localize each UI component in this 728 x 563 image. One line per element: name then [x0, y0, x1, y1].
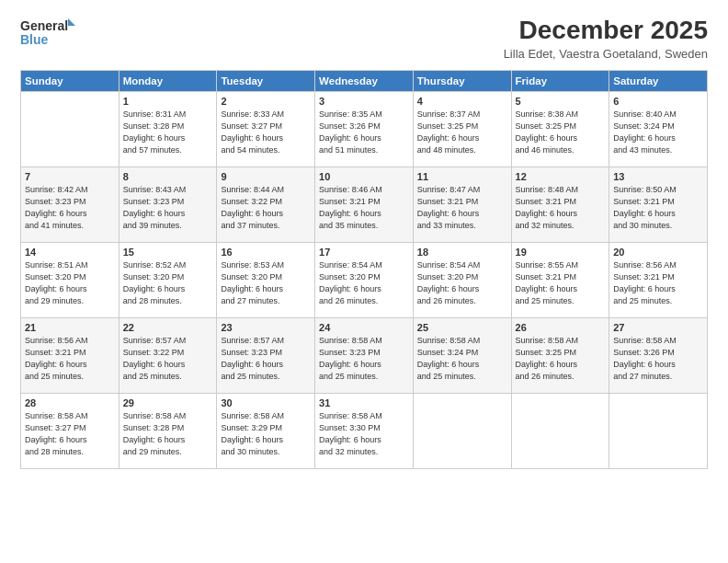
header-cell-wednesday: Wednesday	[315, 70, 414, 91]
day-cell: 5Sunrise: 8:38 AMSunset: 3:25 PMDaylight…	[511, 91, 609, 167]
day-cell: 17Sunrise: 8:54 AMSunset: 3:20 PMDayligh…	[315, 242, 414, 317]
day-cell: 23Sunrise: 8:57 AMSunset: 3:23 PMDayligh…	[217, 317, 315, 393]
day-number: 29	[123, 397, 213, 408]
day-cell: 14Sunrise: 8:51 AMSunset: 3:20 PMDayligh…	[21, 242, 119, 317]
day-info: Sunrise: 8:58 AMSunset: 3:26 PMDaylight:…	[613, 335, 703, 383]
day-info: Sunrise: 8:53 AMSunset: 3:20 PMDaylight:…	[221, 259, 311, 307]
day-number: 22	[123, 322, 213, 333]
day-number: 5	[516, 96, 606, 107]
day-info: Sunrise: 8:58 AMSunset: 3:30 PMDaylight:…	[319, 410, 409, 458]
day-number: 10	[319, 171, 409, 182]
day-info: Sunrise: 8:55 AMSunset: 3:21 PMDaylight:…	[516, 259, 606, 307]
day-cell: 12Sunrise: 8:48 AMSunset: 3:21 PMDayligh…	[511, 167, 609, 242]
day-info: Sunrise: 8:58 AMSunset: 3:25 PMDaylight:…	[516, 335, 606, 383]
day-cell: 1Sunrise: 8:31 AMSunset: 3:28 PMDaylight…	[119, 91, 217, 167]
header-cell-friday: Friday	[511, 70, 609, 91]
day-info: Sunrise: 8:33 AMSunset: 3:27 PMDaylight:…	[221, 109, 311, 156]
day-number: 23	[221, 322, 311, 333]
logo-svg: General Blue	[20, 17, 75, 50]
day-info: Sunrise: 8:56 AMSunset: 3:21 PMDaylight:…	[25, 335, 115, 383]
day-number: 26	[516, 322, 606, 333]
day-info: Sunrise: 8:35 AMSunset: 3:26 PMDaylight:…	[319, 109, 409, 156]
day-cell: 15Sunrise: 8:52 AMSunset: 3:20 PMDayligh…	[119, 242, 217, 317]
page: General Blue December 2025 Lilla Edet, V…	[0, 0, 728, 563]
header-row: SundayMondayTuesdayWednesdayThursdayFrid…	[21, 70, 708, 91]
svg-marker-2	[68, 18, 75, 26]
day-info: Sunrise: 8:48 AMSunset: 3:21 PMDaylight:…	[516, 184, 606, 232]
day-cell: 9Sunrise: 8:44 AMSunset: 3:22 PMDaylight…	[217, 167, 315, 242]
day-info: Sunrise: 8:52 AMSunset: 3:20 PMDaylight:…	[123, 259, 213, 307]
week-row-1: 1Sunrise: 8:31 AMSunset: 3:28 PMDaylight…	[21, 91, 708, 167]
day-cell: 13Sunrise: 8:50 AMSunset: 3:21 PMDayligh…	[609, 167, 708, 242]
day-number: 20	[613, 247, 703, 258]
day-number: 6	[613, 96, 703, 107]
day-cell: 11Sunrise: 8:47 AMSunset: 3:21 PMDayligh…	[413, 167, 511, 242]
day-cell: 22Sunrise: 8:57 AMSunset: 3:22 PMDayligh…	[119, 317, 217, 393]
day-number: 9	[221, 171, 311, 182]
header: General Blue December 2025 Lilla Edet, V…	[20, 17, 708, 61]
logo: General Blue	[20, 17, 75, 50]
week-row-3: 14Sunrise: 8:51 AMSunset: 3:20 PMDayligh…	[21, 242, 708, 317]
day-cell: 29Sunrise: 8:58 AMSunset: 3:28 PMDayligh…	[119, 393, 217, 468]
day-cell: 24Sunrise: 8:58 AMSunset: 3:23 PMDayligh…	[315, 317, 414, 393]
subtitle: Lilla Edet, Vaestra Goetaland, Sweden	[504, 47, 708, 61]
day-info: Sunrise: 8:40 AMSunset: 3:24 PMDaylight:…	[613, 109, 703, 156]
day-cell: 3Sunrise: 8:35 AMSunset: 3:26 PMDaylight…	[315, 91, 414, 167]
day-cell: 21Sunrise: 8:56 AMSunset: 3:21 PMDayligh…	[21, 317, 119, 393]
day-info: Sunrise: 8:51 AMSunset: 3:20 PMDaylight:…	[25, 259, 115, 307]
day-number: 8	[123, 171, 213, 182]
day-cell: 18Sunrise: 8:54 AMSunset: 3:20 PMDayligh…	[413, 242, 511, 317]
day-cell: 28Sunrise: 8:58 AMSunset: 3:27 PMDayligh…	[21, 393, 119, 468]
day-number: 1	[123, 96, 213, 107]
day-cell: 16Sunrise: 8:53 AMSunset: 3:20 PMDayligh…	[217, 242, 315, 317]
day-number: 31	[319, 397, 409, 408]
day-info: Sunrise: 8:54 AMSunset: 3:20 PMDaylight:…	[319, 259, 409, 307]
main-title: December 2025	[504, 17, 708, 45]
header-cell-tuesday: Tuesday	[217, 70, 315, 91]
day-number: 7	[25, 171, 115, 182]
day-cell: 2Sunrise: 8:33 AMSunset: 3:27 PMDaylight…	[217, 91, 315, 167]
day-info: Sunrise: 8:58 AMSunset: 3:24 PMDaylight:…	[417, 335, 507, 383]
title-block: December 2025 Lilla Edet, Vaestra Goetal…	[504, 17, 708, 61]
day-cell: 30Sunrise: 8:58 AMSunset: 3:29 PMDayligh…	[217, 393, 315, 468]
header-cell-saturday: Saturday	[609, 70, 708, 91]
svg-text:General: General	[20, 18, 68, 33]
day-number: 30	[221, 397, 311, 408]
day-info: Sunrise: 8:44 AMSunset: 3:22 PMDaylight:…	[221, 184, 311, 232]
day-info: Sunrise: 8:57 AMSunset: 3:22 PMDaylight:…	[123, 335, 213, 383]
day-info: Sunrise: 8:56 AMSunset: 3:21 PMDaylight:…	[613, 259, 703, 307]
calendar-table: SundayMondayTuesdayWednesdayThursdayFrid…	[20, 70, 708, 469]
day-info: Sunrise: 8:43 AMSunset: 3:23 PMDaylight:…	[123, 184, 213, 232]
day-cell: 27Sunrise: 8:58 AMSunset: 3:26 PMDayligh…	[609, 317, 708, 393]
day-info: Sunrise: 8:54 AMSunset: 3:20 PMDaylight:…	[417, 259, 507, 307]
day-number: 16	[221, 247, 311, 258]
day-cell: 10Sunrise: 8:46 AMSunset: 3:21 PMDayligh…	[315, 167, 414, 242]
day-info: Sunrise: 8:47 AMSunset: 3:21 PMDaylight:…	[417, 184, 507, 232]
day-number: 2	[221, 96, 311, 107]
day-info: Sunrise: 8:58 AMSunset: 3:23 PMDaylight:…	[319, 335, 409, 383]
svg-text:Blue: Blue	[20, 32, 49, 47]
day-number: 4	[417, 96, 507, 107]
day-cell	[21, 91, 119, 167]
day-number: 15	[123, 247, 213, 258]
day-info: Sunrise: 8:57 AMSunset: 3:23 PMDaylight:…	[221, 335, 311, 383]
day-info: Sunrise: 8:50 AMSunset: 3:21 PMDaylight:…	[613, 184, 703, 232]
day-number: 27	[613, 322, 703, 333]
day-number: 17	[319, 247, 409, 258]
day-info: Sunrise: 8:37 AMSunset: 3:25 PMDaylight:…	[417, 109, 507, 156]
day-cell: 25Sunrise: 8:58 AMSunset: 3:24 PMDayligh…	[413, 317, 511, 393]
header-cell-sunday: Sunday	[21, 70, 119, 91]
day-number: 12	[516, 171, 606, 182]
header-cell-thursday: Thursday	[413, 70, 511, 91]
day-number: 14	[25, 247, 115, 258]
day-info: Sunrise: 8:58 AMSunset: 3:28 PMDaylight:…	[123, 410, 213, 458]
day-cell: 20Sunrise: 8:56 AMSunset: 3:21 PMDayligh…	[609, 242, 708, 317]
day-number: 11	[417, 171, 507, 182]
day-number: 25	[417, 322, 507, 333]
day-cell: 19Sunrise: 8:55 AMSunset: 3:21 PMDayligh…	[511, 242, 609, 317]
day-number: 28	[25, 397, 115, 408]
day-number: 13	[613, 171, 703, 182]
day-cell	[511, 393, 609, 468]
day-number: 19	[516, 247, 606, 258]
day-info: Sunrise: 8:42 AMSunset: 3:23 PMDaylight:…	[25, 184, 115, 232]
